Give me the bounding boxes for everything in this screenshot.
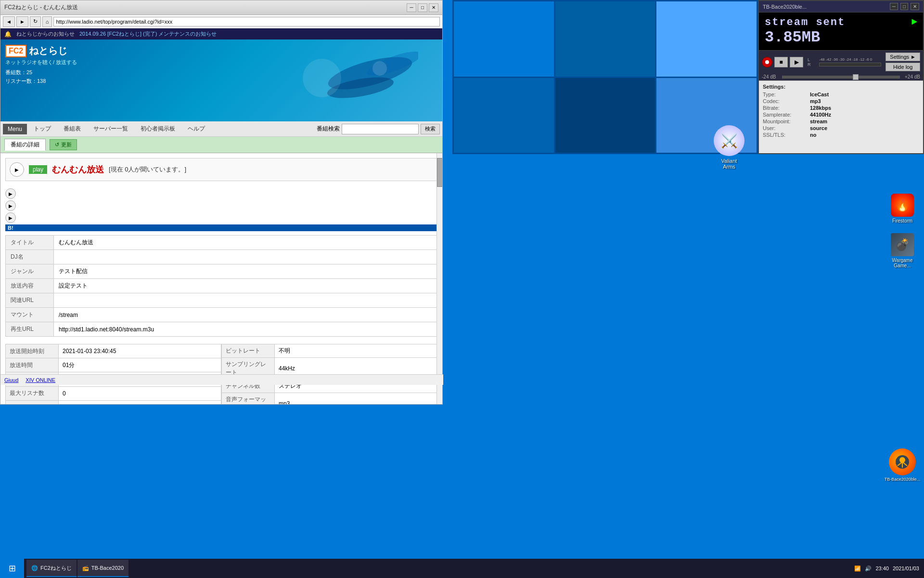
info-value-genre: テスト配信 xyxy=(54,264,437,279)
close-button[interactable]: ✕ xyxy=(429,3,438,12)
play-circle-button[interactable]: ▶ xyxy=(10,162,24,177)
bottom-nav-giuud[interactable]: Giuud xyxy=(4,377,18,383)
settings-value-ssl: no xyxy=(810,132,816,138)
start-button[interactable]: ⊞ xyxy=(0,559,24,578)
table-row: タイトル むんむん放送 xyxy=(6,236,437,250)
nav-help[interactable]: ヘルプ xyxy=(182,123,211,135)
play-button[interactable]: ▶ xyxy=(790,57,803,67)
browser-titlebar: FC2ねとらじ - むんむん放送 ─ □ ✕ xyxy=(0,0,442,15)
ctrl-btn-1[interactable]: ▶ xyxy=(5,188,16,199)
icecast-minimize[interactable]: ─ xyxy=(890,3,898,10)
db-labels-l: -48 -42 -36 -30 -24 -18 -12 -6 0 xyxy=(819,57,872,62)
record-button[interactable] xyxy=(762,57,772,67)
wargame-icon-img: 💣 xyxy=(891,233,914,256)
settings-value-samplerate: 44100Hz xyxy=(810,112,831,118)
nav-schedule[interactable]: 番組表 xyxy=(58,123,87,135)
play-label[interactable]: play xyxy=(29,165,47,174)
ctrl-btn-2[interactable]: ▶ xyxy=(5,200,16,211)
address-bar[interactable] xyxy=(53,17,440,26)
bottom-nav-xiv[interactable]: XIV ONLINE xyxy=(26,377,55,383)
icecast-close[interactable]: ✕ xyxy=(911,3,919,10)
blender-icon-img xyxy=(889,448,916,475)
icecast-title-text: TB-Bace2020ble... xyxy=(763,4,887,10)
settings-row-bitrate: Bitrate: 128kbps xyxy=(763,105,919,111)
content-area[interactable]: ▶ play むんむん放送 [現在 0人が聞いています。] ▶ ▶ xyxy=(0,153,442,404)
refresh-icon: ↺ xyxy=(55,142,59,148)
meter-bar-r xyxy=(819,63,881,66)
nav-beginners[interactable]: 初心者掲示板 xyxy=(135,123,181,135)
stop-button[interactable]: ■ xyxy=(774,57,788,67)
fc2-badge: FC2 xyxy=(5,45,26,57)
nav-top[interactable]: トップ xyxy=(28,123,57,135)
settings-value-codec: mp3 xyxy=(810,98,821,104)
table-row: マウント /stream xyxy=(6,308,437,322)
back-button[interactable]: ◄ xyxy=(3,16,15,27)
wargame-icon[interactable]: 💣 WargameGame... xyxy=(891,233,914,268)
volume-slider[interactable] xyxy=(782,76,900,79)
search-input[interactable] xyxy=(342,124,419,134)
stats-value-max: 0 xyxy=(59,386,221,400)
forward-button[interactable]: ► xyxy=(16,16,28,27)
stats-row: 最大リスナ数 0 xyxy=(6,386,221,400)
stream-size: 3.85MB xyxy=(765,28,845,46)
nav-servers[interactable]: サーバー一覧 xyxy=(88,123,134,135)
b-badge: B! xyxy=(5,224,437,231)
header-decoration xyxy=(226,49,418,112)
small-controls: ▶ ▶ ▶ B! xyxy=(5,188,437,231)
valiant-arms-label: ValiantArms xyxy=(700,158,758,170)
tile-5 xyxy=(555,78,655,153)
settings-button[interactable]: Settings ► xyxy=(886,53,920,61)
info-table: タイトル むんむん放送 DJ名 ジャンル テスト配信 放送内容 設定テスト xyxy=(5,235,437,337)
stream-label: stream sent xyxy=(765,16,845,28)
refresh-button[interactable]: ↻ xyxy=(30,16,41,27)
blender-icon-area[interactable]: TB-Bace2020ble... xyxy=(883,448,922,482)
slider-thumb[interactable] xyxy=(853,74,859,80)
stats-label-start: 放送開始時刻 xyxy=(6,344,59,358)
volume-slider-row: -24 dB +24 dB xyxy=(759,73,923,80)
meter-l: L -48 -42 -36 -30 -24 -18 -12 -6 0 xyxy=(808,57,881,62)
tab-refresh-button[interactable]: ↺ 更新 xyxy=(50,139,77,150)
tile-1 xyxy=(454,1,554,77)
info-label-content: 放送内容 xyxy=(6,279,54,293)
hide-log-button[interactable]: Hide log xyxy=(886,63,920,71)
table-row: 再生URL http://std1.ladio.net:8040/stream.… xyxy=(6,322,437,337)
notification-link[interactable]: 2014.09.26 [FC2ねとらじ] (完了) メンテナンスのお知らせ xyxy=(79,30,217,38)
settings-label-codec: Codec: xyxy=(763,98,806,104)
notification-icon: 🔔 xyxy=(4,31,12,38)
info-label-genre: ジャンル xyxy=(6,264,54,279)
table-row: 関連URL xyxy=(6,293,437,308)
settings-value-type: IceCast xyxy=(810,92,829,97)
scrollbar-thumb[interactable] xyxy=(437,158,442,187)
maximize-button[interactable]: □ xyxy=(418,3,427,12)
firestorm-icon[interactable]: 🔥 Firestorm xyxy=(891,194,914,223)
tab-detail[interactable]: 番組の詳細 xyxy=(4,139,46,151)
site-nav: Menu トップ 番組表 サーバー一覧 初心者掲示板 ヘルプ 番組検索 検索 xyxy=(0,121,442,137)
stats-row: 放送時間 01分 xyxy=(6,358,221,372)
menu-button[interactable]: Menu xyxy=(3,124,27,134)
taskbar-item-browser[interactable]: 🌐 FC2ねとらじ xyxy=(26,560,77,577)
vertical-scrollbar[interactable] xyxy=(436,153,442,404)
wargame-label: WargameGame... xyxy=(891,258,914,268)
icecast-maximize[interactable]: □ xyxy=(900,3,908,10)
minimize-button[interactable]: ─ xyxy=(407,3,416,12)
info-label-playurl: 再生URL xyxy=(6,322,54,337)
ctrl-btn-3[interactable]: ▶ xyxy=(5,212,16,223)
firestorm-icon-img: 🔥 xyxy=(891,194,914,217)
stats-value-start: 2021-01-03 23:40:45 xyxy=(59,344,221,358)
icecast-titlebar: TB-Bace2020ble... ─ □ ✕ xyxy=(759,1,923,13)
taskbar-item-icecast[interactable]: 📻 TB-Bace2020 xyxy=(77,560,128,577)
tray-network-icon: 📶 xyxy=(854,565,861,572)
tray-volume-icon: 🔊 xyxy=(865,565,872,572)
valiant-arms-area[interactable]: ⚔️ ValiantArms xyxy=(700,125,758,170)
info-value-title: むんむん放送 xyxy=(54,236,437,250)
info-label-url: 関連URL xyxy=(6,293,54,308)
level-meter: L -48 -42 -36 -30 -24 -18 -12 -6 0 R xyxy=(808,57,881,67)
search-label: 番組検索 xyxy=(317,125,340,133)
search-button[interactable]: 検索 xyxy=(421,124,440,134)
site-header: FC2 ねとらじ ネットラジオを聴く/ 放送する 番組数：25 リスナー数：13… xyxy=(0,39,442,121)
program-title: むんむん放送 xyxy=(52,164,104,175)
settings-row-type: Type: IceCast xyxy=(763,92,919,97)
play-indicator: ► xyxy=(911,16,917,27)
home-button[interactable]: ⌂ xyxy=(42,16,52,27)
info-label-title: タイトル xyxy=(6,236,54,250)
